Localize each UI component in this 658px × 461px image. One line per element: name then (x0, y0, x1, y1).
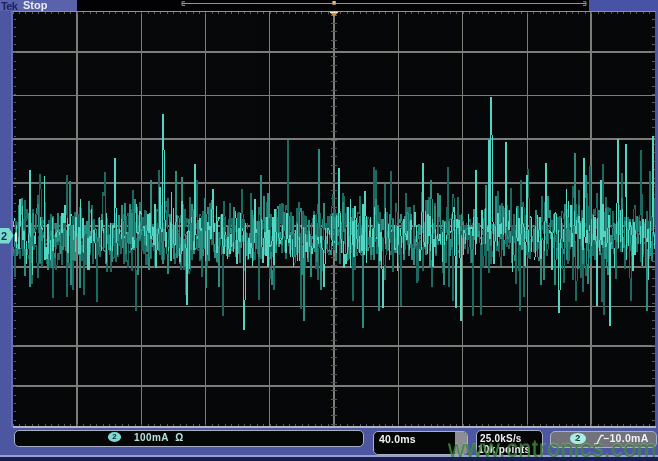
svg-text:2: 2 (1, 230, 7, 242)
